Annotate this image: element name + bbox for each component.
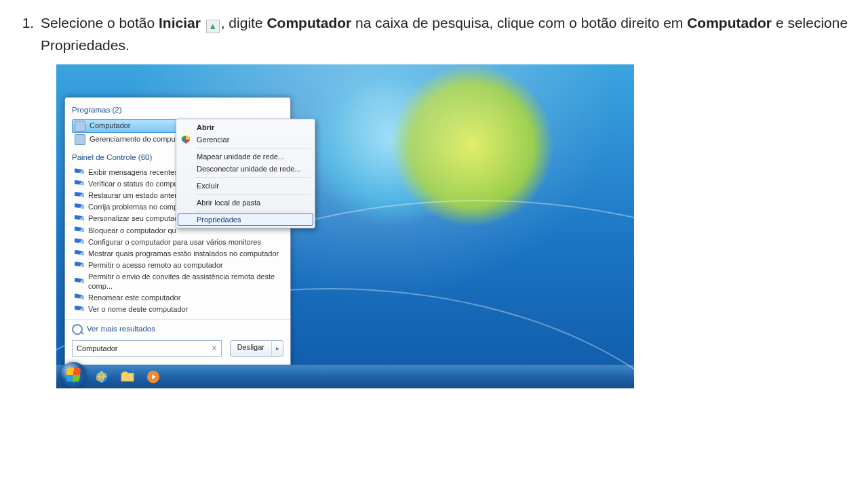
- control-panel-label: Permitir o envio de convites de assistên…: [88, 272, 281, 290]
- control-panel-label: Verificar o status do compu: [88, 180, 178, 188]
- program-label: Computador: [90, 121, 131, 130]
- flag-icon: [75, 226, 84, 235]
- context-menu-item-gerenciar[interactable]: Gerenciar: [178, 134, 313, 146]
- context-menu-label: Propriedades: [197, 216, 241, 224]
- control-panel-label: Renomear este computador: [88, 293, 180, 302]
- control-panel-label: Restaurar um estado anteri: [88, 191, 178, 200]
- flag-icon: [75, 192, 84, 200]
- control-panel-item[interactable]: Mostrar quais programas estão instalados…: [72, 248, 283, 260]
- management-icon: [75, 134, 85, 145]
- separator: [195, 148, 311, 148]
- flag-icon: [75, 180, 84, 188]
- separator: [195, 211, 311, 211]
- context-menu-label: Abrir: [197, 123, 214, 131]
- instruction-bold-computador-2: Computador: [687, 15, 772, 30]
- control-panel-label: Configurar o computador para usar vários…: [88, 238, 261, 247]
- flag-icon: [75, 250, 84, 258]
- shield-icon: [182, 136, 190, 144]
- taskbar-explorer-icon[interactable]: [117, 369, 138, 385]
- instruction-bold-computador-1: Computador: [267, 15, 351, 30]
- svg-point-0: [96, 371, 108, 383]
- taskbar-ie-icon[interactable]: [92, 369, 112, 385]
- clear-search-icon[interactable]: ×: [212, 343, 217, 354]
- control-panel-label: Mostrar quais programas estão instalados…: [88, 249, 279, 258]
- separator: [195, 194, 311, 195]
- more-results-label: Ver mais resultados: [87, 325, 155, 334]
- instruction-text: , digite: [221, 15, 267, 30]
- instruction-list: Selecione o botão Iniciar ▲, digite Comp…: [19, 12, 849, 56]
- instruction-step-1: Selecione o botão Iniciar ▲, digite Comp…: [38, 12, 849, 56]
- context-menu-item-propriedades[interactable]: Propriedades: [178, 214, 313, 226]
- context-menu-item-abrir[interactable]: Abrir: [178, 121, 313, 134]
- control-panel-item[interactable]: Ver o nome deste computador: [72, 304, 283, 315]
- flag-icon: [75, 238, 84, 246]
- context-menu-item-desconectar-unidade-de-rede[interactable]: Desconectar unidade de rede...: [178, 163, 313, 175]
- control-panel-label: Permitir o acesso remoto ao computador: [88, 261, 223, 270]
- flag-icon: [75, 203, 84, 211]
- context-menu-label: Abrir local de pasta: [197, 199, 260, 207]
- program-label: Gerenciamento do comput: [90, 135, 178, 144]
- search-value: Computador: [77, 344, 118, 353]
- context-menu-item-mapear-unidade-de-rede[interactable]: Mapear unidade de rede...: [178, 150, 313, 163]
- instruction-bold-iniciar: Iniciar: [159, 15, 201, 30]
- taskbar-media-player-icon[interactable]: [143, 369, 163, 385]
- context-menu-label: Excluir: [197, 182, 219, 190]
- control-panel-item[interactable]: Permitir o envio de convites de assistên…: [72, 271, 283, 291]
- programs-heading: Programas (2): [72, 106, 283, 115]
- context-menu: AbrirGerenciarMapear unidade de rede...D…: [176, 119, 315, 228]
- search-icon: [72, 324, 83, 335]
- control-panel-label: Bloquear o computador qu: [88, 226, 176, 235]
- taskbar: [56, 365, 634, 388]
- svg-point-1: [147, 371, 159, 383]
- control-panel-item[interactable]: Renomear este computador: [72, 292, 283, 304]
- computer-icon: [75, 121, 85, 131]
- control-panel-label: Ver o nome deste computador: [88, 305, 188, 314]
- control-panel-label: Corrija problemas no comp: [88, 203, 178, 211]
- control-panel-label: Exibir mensagens recentes: [88, 168, 178, 177]
- flag-icon: [75, 278, 84, 286]
- broken-image-icon: ▲: [206, 20, 220, 33]
- control-panel-label: Personalizar seu computad: [88, 214, 178, 223]
- flag-icon: [75, 168, 84, 176]
- separator: [195, 177, 311, 178]
- divider: [65, 319, 290, 320]
- context-menu-item-excluir[interactable]: Excluir: [178, 180, 313, 192]
- context-menu-item-abrir-local-de-pasta[interactable]: Abrir local de pasta: [178, 197, 313, 209]
- flag-icon: [75, 215, 84, 223]
- start-button[interactable]: [60, 362, 86, 388]
- instruction-text: na caixa de pesquisa, clique com o botão…: [355, 15, 687, 30]
- shutdown-menu-caret[interactable]: ▸: [271, 341, 283, 356]
- more-results-link[interactable]: Ver mais resultados: [72, 324, 283, 335]
- context-menu-label: Mapear unidade de rede...: [197, 152, 284, 161]
- shutdown-label: Desligar: [231, 341, 271, 356]
- instruction-text: Selecione o botão: [41, 15, 159, 30]
- control-panel-item[interactable]: Permitir o acesso remoto ao computador: [72, 260, 283, 271]
- search-input[interactable]: Computador ×: [72, 340, 222, 357]
- context-menu-label: Gerenciar: [197, 136, 229, 144]
- shutdown-button[interactable]: Desligar ▸: [230, 340, 283, 357]
- control-panel-item[interactable]: Configurar o computador para usar vários…: [72, 237, 283, 248]
- flag-icon: [75, 306, 84, 314]
- embedded-screenshot: Programas (2) Computador Gerenciamento d…: [56, 64, 634, 388]
- flag-icon: [75, 293, 84, 302]
- context-menu-label: Desconectar unidade de rede...: [197, 165, 301, 173]
- flag-icon: [75, 262, 84, 270]
